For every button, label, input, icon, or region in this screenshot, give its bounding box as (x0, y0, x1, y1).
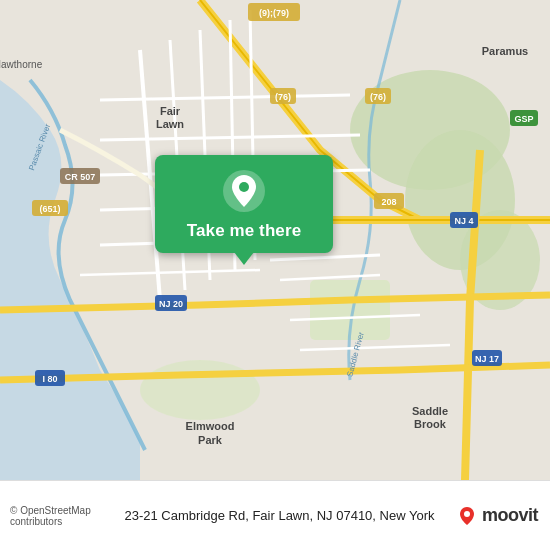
location-pin-icon (222, 169, 266, 213)
svg-text:GSP: GSP (514, 114, 533, 124)
svg-text:Park: Park (198, 434, 223, 446)
bottom-bar: © OpenStreetMap contributors 23-21 Cambr… (0, 480, 550, 550)
map-container: (9);(79) (76) (76) 208 NJ 4 NJ 17 NJ 20 … (0, 0, 550, 480)
navigate-callout[interactable]: Take me there (155, 155, 333, 253)
svg-text:Fair: Fair (160, 105, 181, 117)
attribution: © OpenStreetMap contributors (10, 505, 121, 527)
moovit-pin-icon (456, 505, 478, 527)
svg-text:(9);(79): (9);(79) (259, 8, 289, 18)
svg-text:Paramus: Paramus (482, 45, 528, 57)
svg-text:CR 507: CR 507 (65, 172, 96, 182)
attribution-text: © OpenStreetMap contributors (10, 505, 91, 527)
svg-text:NJ 20: NJ 20 (159, 299, 183, 309)
svg-point-5 (140, 360, 260, 420)
svg-point-54 (239, 182, 249, 192)
svg-text:I 80: I 80 (42, 374, 57, 384)
svg-text:Elmwood: Elmwood (186, 420, 235, 432)
svg-text:Saddle: Saddle (412, 405, 448, 417)
svg-point-55 (464, 511, 470, 517)
address-text: 23-21 Cambridge Rd, Fair Lawn, NJ 07410,… (125, 508, 435, 523)
moovit-logo[interactable]: moovit (456, 505, 538, 527)
svg-text:(76): (76) (370, 92, 386, 102)
svg-text:Lawn: Lawn (156, 118, 184, 130)
address-block: 23-21 Cambridge Rd, Fair Lawn, NJ 07410,… (121, 507, 456, 525)
svg-text:(651): (651) (39, 204, 60, 214)
svg-text:Hawthorne: Hawthorne (0, 59, 43, 70)
moovit-text: moovit (482, 505, 538, 526)
svg-text:Brook: Brook (414, 418, 447, 430)
svg-text:(76): (76) (275, 92, 291, 102)
callout-label: Take me there (187, 221, 301, 241)
svg-text:NJ 17: NJ 17 (475, 354, 499, 364)
svg-text:NJ 4: NJ 4 (454, 216, 473, 226)
svg-text:208: 208 (381, 197, 396, 207)
